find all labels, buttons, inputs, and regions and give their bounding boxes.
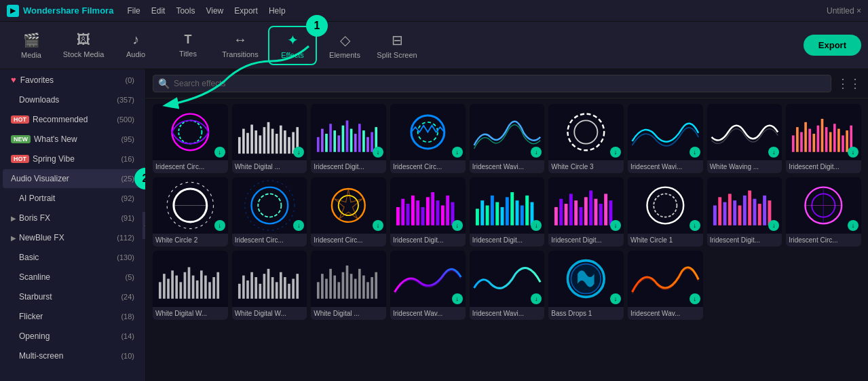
sidebar-item-starburst-label: Starburst — [19, 292, 121, 302]
effect-card-13[interactable]: ↓ Iridescent Digit... — [390, 177, 466, 247]
effect-card-7[interactable]: ↓ Iridescent Wavi... — [628, 104, 703, 173]
sidebar-item-multi-screen[interactable]: Multi-screen (10) — [3, 346, 143, 365]
sidebar-item-spring-vibe-count: (16) — [121, 155, 134, 163]
svg-rect-94 — [521, 206, 524, 225]
transitions-icon: ↔ — [233, 32, 247, 48]
svg-rect-122 — [753, 199, 756, 225]
sidebar-item-flicker[interactable]: Flicker (18) — [3, 307, 143, 326]
effect-card-18[interactable]: ↓ Iridescent Circ... — [786, 177, 861, 247]
svg-rect-9 — [259, 135, 261, 153]
svg-rect-103 — [580, 207, 583, 225]
effect-thumb-3: ↓ — [311, 104, 386, 160]
svg-rect-165 — [321, 274, 324, 299]
effect-thumb-22: ↓ — [390, 251, 466, 307]
effect-thumb-23: ↓ — [470, 251, 545, 307]
sidebar-item-scanline[interactable]: Scanline (5) — [3, 268, 143, 287]
effect-card-1[interactable]: ↓ Iridescent Circ... — [153, 104, 228, 173]
toolbar-audio[interactable]: ♪ Audio — [111, 26, 160, 65]
menu-view[interactable]: View — [206, 6, 223, 16]
svg-rect-136 — [175, 276, 178, 299]
sidebar-item-flicker-label: Flicker — [19, 312, 121, 321]
effect-card-15[interactable]: ↓ Iridescent Digit... — [548, 177, 624, 247]
effect-label-10: White Circle 2 — [153, 234, 228, 247]
sidebar-item-recommended[interactable]: HOT Recommended (500) — [3, 110, 143, 129]
effect-card-8[interactable]: ↓ White Waving ... — [707, 104, 782, 173]
svg-rect-150 — [246, 280, 249, 299]
svg-rect-166 — [325, 278, 328, 298]
effect-card-12[interactable]: ↓ Iridescent Circ... — [311, 177, 386, 247]
toolbar-titles[interactable]: T Titles — [164, 26, 212, 65]
svg-rect-82 — [446, 196, 449, 225]
sidebar-item-newblue-fx[interactable]: ▶ NewBlue FX (112) — [3, 228, 143, 247]
svg-rect-168 — [334, 276, 337, 299]
effect-label-14: Iridescent Digit... — [470, 234, 545, 247]
sidebar-item-starburst[interactable]: Starburst (24) — [3, 287, 143, 306]
effect-thumb-10: ↓ — [153, 177, 228, 234]
sidebar-item-favorites[interactable]: ♥ Favorites (0) — [3, 70, 143, 90]
media-icon: 🎬 — [23, 32, 40, 48]
menu-edit[interactable]: Edit — [151, 6, 166, 16]
effect-label-15: Iridescent Digit... — [548, 234, 624, 247]
svg-rect-173 — [354, 278, 357, 298]
svg-rect-159 — [284, 277, 286, 299]
sidebar-item-basic[interactable]: Basic (130) — [3, 248, 143, 267]
effect-card-4[interactable]: ↓ Iridescent Circ... — [390, 104, 466, 173]
sidebar-item-boris-fx[interactable]: ▶ Boris FX (91) — [3, 208, 143, 228]
svg-rect-119 — [738, 206, 741, 225]
download-badge-4: ↓ — [452, 147, 463, 158]
toolbar-transitions[interactable]: ↔ Transitions — [216, 26, 265, 65]
svg-rect-142 — [200, 270, 203, 298]
effect-card-2[interactable]: ↓ White Digital ... — [232, 104, 307, 173]
sidebar-item-whats-new[interactable]: NEW What's New (95) — [3, 130, 143, 149]
sidebar-item-ai-portrait[interactable]: AI Portrait (92) — [3, 189, 143, 208]
menu-file[interactable]: File — [127, 6, 140, 16]
menu-export[interactable]: Export — [234, 6, 258, 16]
effect-card-23[interactable]: ↓ Iridescent Wavi... — [470, 251, 545, 320]
effect-card-16[interactable]: ↓ White Circle 1 — [628, 177, 703, 247]
toolbar-transitions-label: Transitions — [222, 50, 258, 58]
effect-thumb-2: ↓ — [232, 104, 307, 160]
search-input[interactable] — [153, 75, 831, 92]
effect-card-20[interactable]: White Digital W... — [232, 251, 307, 320]
sidebar-item-spring-vibe[interactable]: HOT Spring Vibe (16) — [3, 149, 143, 168]
effect-card-24[interactable]: ↓ Bass Drops 1 — [548, 251, 624, 320]
effect-card-19[interactable]: White Digital W... — [153, 251, 228, 320]
sidebar-item-opening[interactable]: Opening (14) — [3, 327, 143, 346]
sidebar-collapse-arrow[interactable]: ◀ — [143, 212, 146, 239]
sidebar-item-boris-fx-count: (91) — [121, 214, 134, 222]
effect-card-22[interactable]: ↓ Iridescent Wav... — [390, 251, 466, 320]
export-button[interactable]: Export — [804, 35, 861, 56]
toolbar-stock-media[interactable]: 🖼 Stock Media — [59, 26, 108, 65]
toolbar-split-screen[interactable]: ⊟ Split Screen — [373, 26, 421, 65]
menu-help[interactable]: Help — [269, 6, 286, 16]
svg-rect-31 — [362, 130, 365, 152]
sidebar-item-audio-visualizer-label: Audio Visualizer — [11, 174, 121, 183]
effect-card-10[interactable]: ↓ White Circle 2 — [153, 177, 228, 247]
effect-card-25[interactable]: ↓ Iridescent Wav... — [628, 251, 703, 320]
toolbar-elements[interactable]: ◇ Elements — [320, 26, 369, 65]
effect-card-17[interactable]: ↓ Iridescent Digit... — [707, 177, 782, 247]
svg-rect-4 — [238, 137, 241, 153]
effect-card-11[interactable]: ↓ Iridescent Circ... — [232, 177, 307, 247]
sidebar-item-recommended-count: (500) — [117, 115, 134, 124]
window-title: Untitled × — [827, 6, 861, 16]
download-badge-13: ↓ — [452, 220, 463, 231]
toolbar-media[interactable]: 🎬 Media — [7, 26, 56, 65]
svg-rect-102 — [575, 200, 578, 225]
menu-tools[interactable]: Tools — [176, 6, 195, 16]
sidebar-item-audio-visualizer[interactable]: Audio Visualizer (25) 2 — [3, 169, 143, 188]
sidebar-item-scanline-count: (5) — [126, 273, 134, 281]
svg-rect-75 — [411, 196, 415, 225]
toolbar-effects[interactable]: ✦ Effects 1 — [268, 26, 317, 65]
effect-card-21[interactable]: White Digital ... — [311, 251, 386, 320]
svg-rect-30 — [358, 124, 361, 151]
effect-card-9[interactable]: ↓ Iridescent Digit... — [786, 104, 861, 173]
effect-card-5[interactable]: ↓ Iridescent Wavi... — [470, 104, 545, 173]
svg-rect-14 — [280, 126, 282, 154]
grid-view-icon[interactable]: ⋮⋮ — [837, 76, 861, 91]
effect-card-14[interactable]: ↓ Iridescent Digit... — [470, 177, 545, 247]
split-screen-icon: ⊟ — [392, 32, 403, 48]
sidebar-item-downloads[interactable]: Downloads (357) — [3, 90, 143, 109]
effect-card-6[interactable]: ↓ White Circle 3 — [548, 104, 624, 173]
effect-card-3[interactable]: ↓ Iridescent Digit... — [311, 104, 386, 173]
